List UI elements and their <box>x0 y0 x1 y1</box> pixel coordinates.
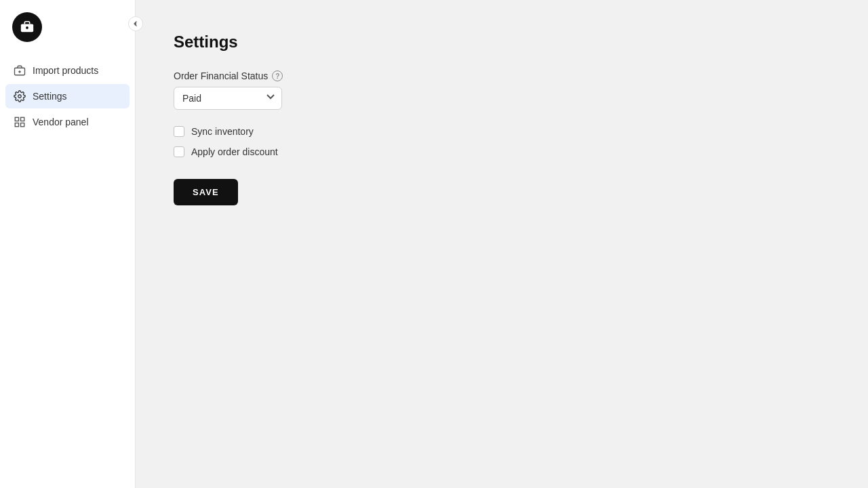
app-logo <box>12 12 42 42</box>
sync-inventory-checkbox[interactable] <box>174 126 184 137</box>
svg-rect-6 <box>21 117 24 121</box>
page-title: Settings <box>174 33 830 52</box>
settings-form: Order Financial Status ? Paid Pending Re… <box>174 70 830 205</box>
main-content: Settings Order Financial Status ? Paid P… <box>136 0 868 488</box>
settings-icon <box>14 90 26 102</box>
sidebar: Import products Settings Vendor panel <box>0 0 136 488</box>
logo-icon <box>20 20 35 35</box>
order-financial-status-select[interactable]: Paid Pending Refunded Voided <box>174 87 282 110</box>
apply-order-discount-label: Apply order discount <box>191 146 278 157</box>
help-icon[interactable]: ? <box>272 70 283 81</box>
box-icon <box>14 64 26 77</box>
sidebar-item-vendor-panel[interactable]: Vendor panel <box>5 110 130 134</box>
svg-point-4 <box>18 95 22 98</box>
order-financial-status-field: Order Financial Status ? Paid Pending Re… <box>174 70 830 110</box>
sidebar-item-label-settings: Settings <box>33 91 67 102</box>
order-financial-status-label: Order Financial Status ? <box>174 70 830 81</box>
sidebar-item-label-vendor-panel: Vendor panel <box>33 117 89 127</box>
collapse-sidebar-button[interactable] <box>128 16 143 31</box>
svg-rect-5 <box>15 117 18 121</box>
svg-rect-8 <box>21 123 24 127</box>
sync-inventory-checkbox-item[interactable]: Sync inventory <box>174 126 830 137</box>
sidebar-nav: Import products Settings Vendor panel <box>0 58 135 134</box>
sync-inventory-label: Sync inventory <box>191 126 254 137</box>
svg-point-0 <box>26 26 28 29</box>
apply-order-discount-checkbox[interactable] <box>174 146 184 157</box>
sidebar-item-import-products[interactable]: Import products <box>5 58 130 83</box>
chevron-left-icon <box>132 20 139 27</box>
sidebar-item-label-import-products: Import products <box>33 65 98 76</box>
sidebar-item-settings[interactable]: Settings <box>5 84 130 108</box>
grid-icon <box>14 116 26 128</box>
save-button[interactable]: SAVE <box>174 179 238 205</box>
svg-rect-7 <box>15 123 18 127</box>
apply-order-discount-checkbox-item[interactable]: Apply order discount <box>174 146 830 157</box>
order-financial-status-select-wrapper: Paid Pending Refunded Voided <box>174 87 282 110</box>
checkbox-group: Sync inventory Apply order discount <box>174 126 830 157</box>
